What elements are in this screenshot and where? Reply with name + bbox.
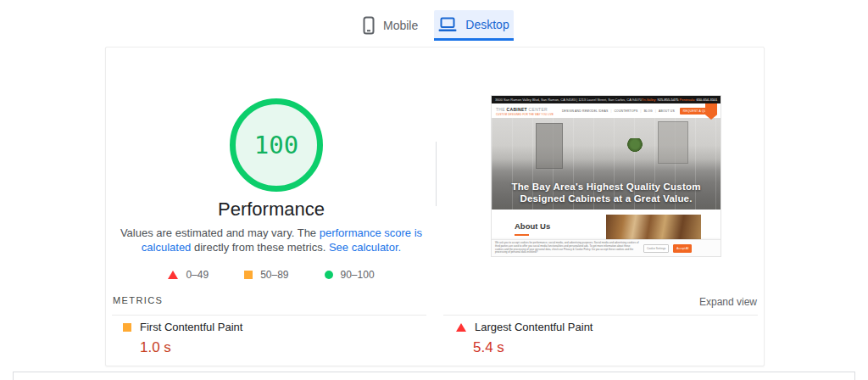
mobile-phone-icon (363, 16, 375, 35)
red-triangle-icon (456, 323, 466, 332)
site-screenshot-thumbnail: 3600 San Ramon Valley Blvd, San Ramon, C… (491, 95, 721, 257)
thumb-site-header: THE CABINET CENTER CUSTOM DESIGNED FOR T… (492, 103, 721, 119)
performance-report-card: 100 Performance Values are estimated and… (105, 47, 765, 366)
thumb-phone1-number: 925-855-5475 (658, 98, 679, 102)
about-us-underline (515, 234, 529, 236)
thumb-topbar: 3600 San Ramon Valley Blvd, San Ramon, C… (492, 96, 721, 103)
column-divider (436, 142, 437, 206)
legend-item-average: 50–89 (244, 269, 288, 281)
red-triangle-icon (168, 271, 178, 279)
disclaimer-text-1: Values are estimated and may vary. The (120, 226, 320, 239)
see-calculator-link[interactable]: See calculator. (329, 241, 401, 254)
metrics-divider-right (443, 315, 758, 316)
thumb-site-nav: DESIGN AND REMODEL IDEAS| COUNTERTOPS| B… (562, 108, 716, 115)
metric-name: Largest Contentful Paint (475, 321, 593, 333)
performance-score-value: 100 (254, 131, 298, 159)
orange-square-icon (244, 271, 253, 279)
tab-desktop-label: Desktop (465, 18, 509, 31)
thumb-phone2-label: Peninsula: (680, 98, 696, 102)
legend-pass-label: 90–100 (341, 269, 375, 281)
thumb-phone2-number: 650-654-3101 (696, 98, 717, 102)
cookie-consent-text: We ask you to accept cookies for perform… (495, 242, 639, 254)
metric-value: 5.4 s (473, 339, 593, 356)
thumb-site-logo: THE CABINET CENTER CUSTOM DESIGNED FOR T… (496, 104, 554, 117)
desktop-laptop-icon (438, 17, 457, 32)
tab-mobile-label: Mobile (383, 19, 418, 32)
about-us-title: About Us (515, 221, 550, 231)
orange-square-icon (123, 323, 131, 332)
thumb-phone1-label: Tri-Valley: (642, 98, 657, 102)
hero-mirror-right (658, 121, 688, 164)
thumb-hero-image: The Bay Area's Highest Quality Custom De… (492, 118, 721, 210)
metric-first-contentful-paint: First Contentful Paint 1.0 s (123, 321, 242, 356)
hero-headline: The Bay Area's Highest Quality Custom De… (492, 181, 721, 204)
score-disclaimer: Values are estimated and may vary. The p… (118, 226, 425, 254)
metrics-divider-left (112, 315, 426, 316)
disclaimer-text-2: directly from these metrics. (191, 241, 329, 254)
nav-separator: | (610, 109, 611, 113)
thumb-addresses: 3600 San Ramon Valley Blvd, San Ramon, C… (495, 98, 642, 102)
thumb-phones: Tri-Valley: 925-855-5475 Peninsula: 650-… (642, 98, 717, 102)
performance-title: Performance (106, 198, 437, 221)
nav-item: DESIGN AND REMODEL IDEAS (562, 109, 608, 113)
hero-headline-line1: The Bay Area's Highest Quality Custom (492, 181, 721, 193)
green-circle-icon (325, 271, 333, 279)
nav-item: ABOUT US (659, 109, 675, 113)
legend-item-pass: 90–100 (325, 269, 375, 281)
expand-view-link[interactable]: Expand view (699, 296, 757, 308)
hero-headline-line2: Designed Cabinets at a Great Value. (492, 193, 721, 204)
thumb-cookie-banner: We ask you to accept cookies for perform… (492, 239, 721, 256)
tab-desktop[interactable]: Desktop (434, 10, 514, 41)
metrics-section-header: METRICS (113, 295, 163, 305)
next-section-top-border (13, 372, 855, 372)
score-legend: 0–49 50–89 90–100 (106, 269, 437, 281)
logo-tagline: CUSTOM DESIGNED FOR THE WAY YOU LIVE (496, 112, 554, 117)
next-section-left-border (13, 372, 14, 380)
metric-value: 1.0 s (140, 339, 242, 356)
performance-score-gauge: 100 (230, 98, 323, 192)
legend-average-label: 50–89 (260, 269, 288, 281)
nav-separator: | (641, 109, 642, 113)
metric-largest-contentful-paint: Largest Contentful Paint 5.4 s (456, 321, 593, 356)
accept-all-button: Accept All (673, 244, 692, 253)
hero-mirror-left (536, 123, 563, 169)
nav-item: BLOG (644, 109, 653, 113)
next-section-right-border (854, 372, 855, 380)
legend-fail-label: 0–49 (186, 269, 209, 281)
metric-name: First Contentful Paint (140, 321, 242, 333)
pagespeed-report-page: Mobile Desktop 100 Performance Values ar… (0, 0, 868, 380)
tab-mobile[interactable]: Mobile (363, 12, 418, 39)
hero-plant (627, 138, 643, 152)
nav-separator: | (655, 109, 656, 113)
nav-item: COUNTERTOPS (614, 109, 637, 113)
legend-item-fail: 0–49 (168, 269, 209, 281)
cookie-settings-button: Cookie Settings (643, 244, 669, 253)
